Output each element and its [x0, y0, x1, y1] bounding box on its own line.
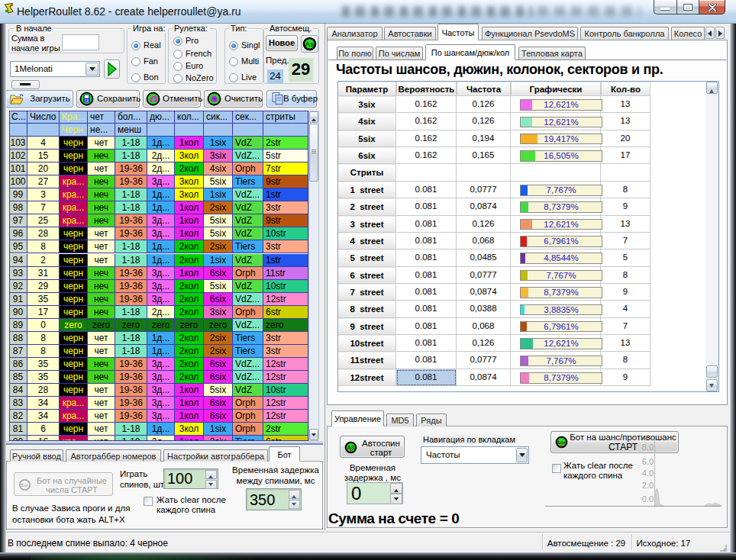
svg-text:As: As: [305, 40, 315, 48]
svg-text:Бот: Бот: [557, 440, 566, 445]
svg-text:Бот: Бот: [21, 482, 28, 488]
